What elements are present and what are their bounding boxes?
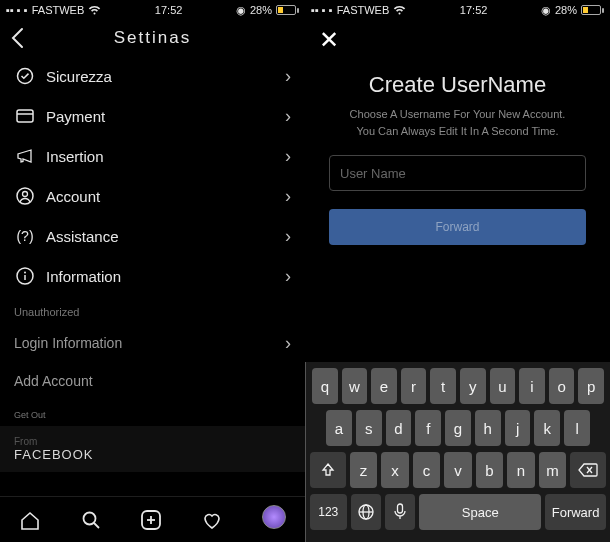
key-k[interactable]: k xyxy=(534,410,560,446)
menu-label: Login Information xyxy=(14,335,122,351)
menu-item-assistance[interactable]: (?) Assistance › xyxy=(0,216,305,256)
key-x[interactable]: x xyxy=(381,452,409,488)
carrier-label: FASTWEB xyxy=(32,4,85,16)
page-title: Settinas xyxy=(114,28,191,48)
svg-point-0 xyxy=(18,69,33,84)
menu-item-security[interactable]: Sicurezza › xyxy=(0,56,305,96)
key-w[interactable]: w xyxy=(342,368,368,404)
key-j[interactable]: j xyxy=(505,410,531,446)
key-f[interactable]: f xyxy=(415,410,441,446)
wifi-icon xyxy=(393,5,406,16)
chevron-right-icon: › xyxy=(285,106,291,127)
key-mic[interactable] xyxy=(385,494,415,530)
key-y[interactable]: y xyxy=(460,368,486,404)
menu-item-login-info[interactable]: Login Information › xyxy=(0,324,305,362)
section-get-out[interactable]: Get Out xyxy=(0,400,305,426)
username-input[interactable] xyxy=(329,155,586,191)
keyboard: qwertyuiop asdfghjkl zxcvbnm 123 Space F… xyxy=(305,362,610,542)
chevron-right-icon: › xyxy=(285,333,291,354)
chevron-right-icon: › xyxy=(285,146,291,167)
chevron-right-icon: › xyxy=(285,226,291,247)
svg-point-4 xyxy=(23,192,28,197)
from-label: From xyxy=(14,436,291,447)
key-i[interactable]: i xyxy=(519,368,545,404)
key-u[interactable]: u xyxy=(490,368,516,404)
forward-button-label: Forward xyxy=(435,220,479,234)
profile-avatar[interactable] xyxy=(262,505,286,535)
chevron-right-icon: › xyxy=(285,186,291,207)
svg-point-8 xyxy=(83,512,95,524)
key-z[interactable]: z xyxy=(350,452,378,488)
from-value: FACEBOOK xyxy=(14,447,291,462)
shield-icon xyxy=(14,67,36,85)
chevron-right-icon: › xyxy=(285,266,291,287)
carrier-label: FASTWEB xyxy=(337,4,390,16)
menu-label: Add Account xyxy=(14,373,93,389)
svg-point-6 xyxy=(24,272,26,274)
add-post-icon[interactable] xyxy=(140,509,162,531)
key-p[interactable]: p xyxy=(578,368,604,404)
menu-label: Information xyxy=(46,268,121,285)
key-g[interactable]: g xyxy=(445,410,471,446)
status-bar: ▪▪ ▪ ▪ FASTWEB 17:52 ◉ 28% xyxy=(305,0,610,20)
key-e[interactable]: e xyxy=(371,368,397,404)
menu-item-account[interactable]: Account › xyxy=(0,176,305,216)
key-r[interactable]: r xyxy=(401,368,427,404)
key-o[interactable]: o xyxy=(549,368,575,404)
battery-icon xyxy=(581,5,604,15)
key-globe[interactable] xyxy=(351,494,381,530)
close-icon[interactable]: ✕ xyxy=(319,26,339,54)
menu-item-information[interactable]: Information › xyxy=(0,256,305,296)
menu-label: Sicurezza xyxy=(46,68,112,85)
menu-item-insertion[interactable]: Insertion › xyxy=(0,136,305,176)
key-d[interactable]: d xyxy=(386,410,412,446)
key-h[interactable]: h xyxy=(475,410,501,446)
key-t[interactable]: t xyxy=(430,368,456,404)
key-s[interactable]: s xyxy=(356,410,382,446)
section-unauthorized: Unauthorized xyxy=(0,296,305,324)
key-n[interactable]: n xyxy=(507,452,535,488)
menu-label: Insertion xyxy=(46,148,104,165)
settings-menu: Sicurezza › Payment › Insertion › Accoun… xyxy=(0,56,305,496)
chevron-right-icon: › xyxy=(285,66,291,87)
info-icon xyxy=(14,267,36,285)
menu-label: Account xyxy=(46,188,100,205)
key-b[interactable]: b xyxy=(476,452,504,488)
key-numbers[interactable]: 123 xyxy=(310,494,347,530)
create-username-subtitle: Choose A Username For Your New Account. … xyxy=(325,106,590,139)
key-m[interactable]: m xyxy=(539,452,567,488)
key-a[interactable]: a xyxy=(326,410,352,446)
signal-icon: ▪▪ ▪ ▪ xyxy=(6,4,28,16)
header: Settinas xyxy=(0,20,305,56)
battery-pct: 28% xyxy=(555,4,577,16)
avatar-icon xyxy=(262,505,286,529)
signal-icon: ▪▪ ▪ ▪ xyxy=(311,4,333,16)
create-username-title: Create UserName xyxy=(305,72,610,98)
eye-icon: ◉ xyxy=(236,4,246,17)
menu-item-payment[interactable]: Payment › xyxy=(0,96,305,136)
eye-icon: ◉ xyxy=(541,4,551,17)
key-space[interactable]: Space xyxy=(419,494,541,530)
menu-label: Assistance xyxy=(46,228,119,245)
key-v[interactable]: v xyxy=(444,452,472,488)
key-forward[interactable]: Forward xyxy=(545,494,606,530)
clock: 17:52 xyxy=(155,4,183,16)
clock: 17:52 xyxy=(460,4,488,16)
search-icon[interactable] xyxy=(80,509,102,531)
help-icon: (?) xyxy=(14,228,36,244)
key-shift[interactable] xyxy=(310,452,346,488)
back-icon[interactable] xyxy=(10,27,24,49)
forward-button[interactable]: Forward xyxy=(329,209,586,245)
megaphone-icon xyxy=(14,148,36,164)
key-c[interactable]: c xyxy=(413,452,441,488)
svg-line-9 xyxy=(94,523,99,528)
heart-icon[interactable] xyxy=(201,509,223,531)
home-icon[interactable] xyxy=(19,509,41,531)
key-q[interactable]: q xyxy=(312,368,338,404)
key-backspace[interactable] xyxy=(570,452,606,488)
key-l[interactable]: l xyxy=(564,410,590,446)
create-username-screen: ▪▪ ▪ ▪ FASTWEB 17:52 ◉ 28% ✕ Create User… xyxy=(305,0,610,542)
menu-item-add-account[interactable]: Add Account xyxy=(0,362,305,400)
battery-icon xyxy=(276,5,299,15)
card-icon xyxy=(14,109,36,123)
